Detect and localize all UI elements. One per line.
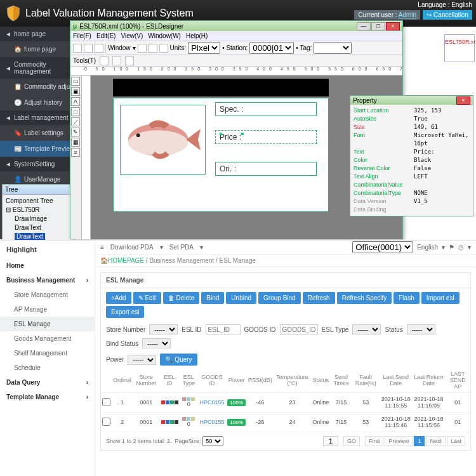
menu-edit[interactable]: Edit(E) — [96, 32, 116, 39]
lower-nav-item[interactable]: Schedule — [0, 360, 95, 375]
prop-row[interactable]: Data VersionV1_5 — [354, 197, 470, 206]
lower-nav-item[interactable]: ESL Manage — [0, 317, 95, 331]
action-button[interactable]: Export esl — [106, 306, 144, 318]
type-select[interactable]: ----- — [352, 324, 381, 334]
product-image-box[interactable] — [120, 105, 206, 175]
prop-row[interactable]: AutoSizeTrue — [354, 115, 470, 123]
tb2-b-icon[interactable] — [112, 56, 121, 65]
store-select[interactable]: ----- — [149, 324, 178, 334]
action-button[interactable]: Group Bind — [258, 292, 301, 304]
eslid-input[interactable] — [206, 324, 241, 334]
property-close-button[interactable]: × — [456, 96, 470, 105]
flag-icon[interactable]: ⚑ — [449, 244, 454, 251]
cancellation-button[interactable]: ↪ Cancellation — [423, 10, 472, 20]
pal-line-icon[interactable]: ／ — [71, 117, 80, 126]
row-checkbox[interactable] — [102, 398, 110, 406]
tree-node-drawimage[interactable]: DrawImage — [15, 215, 71, 223]
goods-input[interactable] — [280, 324, 318, 334]
row-checkbox[interactable] — [102, 418, 110, 426]
action-button[interactable]: +Add — [106, 292, 131, 304]
tb-grid-icon[interactable] — [159, 44, 168, 53]
pal-pointer-icon[interactable]: ▭ — [71, 77, 80, 86]
bind-select[interactable]: ----- — [142, 338, 171, 348]
action-button[interactable]: Refresh Specify — [337, 292, 392, 304]
pal-text-icon[interactable]: A — [71, 97, 80, 106]
pal-rect-icon[interactable]: □ — [71, 107, 80, 116]
tb2-a-icon[interactable] — [100, 56, 109, 65]
prop-row[interactable]: TextPrice: — [354, 148, 470, 156]
tb-new-icon[interactable] — [73, 44, 82, 53]
lower-nav-item[interactable]: Business Management› — [0, 273, 95, 288]
action-button[interactable]: Unbind — [226, 292, 256, 304]
lower-nav-item[interactable]: Data Query› — [0, 375, 95, 390]
field-price[interactable]: Price : — [215, 130, 317, 144]
prop-row[interactable]: Reverse ColorFalse — [354, 164, 470, 173]
page-1-button[interactable]: 1 — [414, 436, 425, 446]
prop-row[interactable]: Size149, 61 — [354, 123, 470, 131]
last-button[interactable]: Last — [447, 436, 465, 446]
go-button[interactable]: GO — [343, 436, 360, 446]
pal-barcode-icon[interactable]: ≡ — [71, 148, 80, 157]
crumb-home[interactable]: HOMEPAGE — [108, 257, 144, 264]
prop-row[interactable]: Start Location325, 153 — [354, 107, 470, 115]
prop-row[interactable]: CombinatorialValue — [354, 181, 470, 189]
lower-nav-item[interactable]: Home — [0, 258, 95, 273]
tb-open-icon[interactable] — [84, 44, 93, 53]
lower-nav-item[interactable]: AP Manage — [0, 302, 95, 317]
prop-row[interactable]: CombinatorialTypeNONE — [354, 189, 470, 197]
lower-nav-item[interactable]: Template Manage› — [0, 390, 95, 404]
set-pda[interactable]: Set PDA — [169, 244, 194, 251]
language-value[interactable]: English — [451, 1, 472, 8]
action-button[interactable]: Refresh — [303, 292, 335, 304]
prop-row[interactable]: ColorBlack — [354, 156, 470, 164]
label-canvas[interactable]: Spec. : Price : Ori. : — [113, 98, 329, 212]
close-button[interactable]: × — [386, 22, 400, 30]
pagesize-select[interactable]: 50 — [202, 436, 223, 446]
action-button[interactable]: ✎ Edit — [133, 292, 161, 304]
prev-button[interactable]: Preview — [385, 436, 413, 446]
action-button[interactable]: 🗑 Delete — [163, 292, 200, 304]
menu-help[interactable]: Help(H) — [186, 32, 208, 39]
power-select[interactable]: ----- — [128, 355, 156, 365]
minimize-button[interactable]: — — [357, 22, 371, 30]
tb-tag-select[interactable] — [314, 42, 352, 54]
maximize-button[interactable]: □ — [371, 22, 385, 30]
field-ori[interactable]: Ori. : — [215, 162, 317, 176]
tb2-c-icon[interactable] — [125, 56, 134, 65]
query-button[interactable]: 🔍Query — [160, 354, 197, 366]
next-button[interactable]: Next — [426, 436, 446, 446]
office-select[interactable]: Office(0001) — [352, 241, 413, 253]
table-row[interactable]: 10001 0HPC0155100%-4623Online7/15532021-… — [101, 393, 470, 413]
lower-nav-item[interactable]: Goods Management — [0, 331, 95, 346]
tb-window-label[interactable]: Window — [108, 44, 131, 51]
menu-file[interactable]: File(F) — [73, 32, 91, 39]
menu-window[interactable]: Window(W) — [148, 32, 181, 39]
tb-station-select[interactable]: 0000|01 — [249, 42, 294, 54]
property-titlebar[interactable]: Property × — [350, 96, 473, 105]
first-button[interactable]: First — [365, 436, 384, 446]
crumb-a[interactable]: Business Management — [149, 257, 214, 264]
pal-pen-icon[interactable]: ✎ — [71, 128, 80, 136]
lower-nav-item[interactable]: Store Management — [0, 288, 95, 302]
action-button[interactable]: Bind — [201, 292, 224, 304]
lower-nav-item[interactable]: Shelf Management — [0, 346, 95, 360]
tb-save-icon[interactable] — [95, 44, 103, 53]
menu-view[interactable]: View(V) — [121, 32, 143, 39]
tb-zoomin-icon[interactable] — [149, 44, 157, 53]
tb-units-select[interactable]: Pixel — [188, 42, 220, 54]
prop-row[interactable]: Text AlignLEFT — [354, 173, 470, 181]
prop-row[interactable]: FontMicrosoft YaHei, 16pt — [354, 131, 470, 148]
designer-titlebar[interactable]: μ ESL750R.xml (100%) - ESLDesigner — □ × — [70, 21, 402, 31]
clock-icon[interactable]: ◷ — [458, 244, 464, 251]
tools-label[interactable]: Tools(T) — [73, 57, 96, 64]
action-button[interactable]: Import esl — [421, 292, 459, 304]
prop-row[interactable]: Data Binding — [354, 206, 470, 214]
action-button[interactable]: Flash — [393, 292, 419, 304]
admin-link[interactable]: Admin — [399, 11, 416, 18]
hamburger-icon[interactable]: ≡ — [100, 244, 104, 251]
tree-node-drawtext-1[interactable]: DrawText — [15, 223, 71, 232]
tree-root[interactable]: ⊟ ESL750R — [6, 206, 71, 215]
file-thumbnail[interactable]: ESL750R.xml — [444, 34, 475, 62]
table-row[interactable]: 20001 0HPC0155100%-2624Online7/15532021-… — [101, 413, 470, 432]
pal-select-icon[interactable]: ▣ — [71, 87, 80, 96]
